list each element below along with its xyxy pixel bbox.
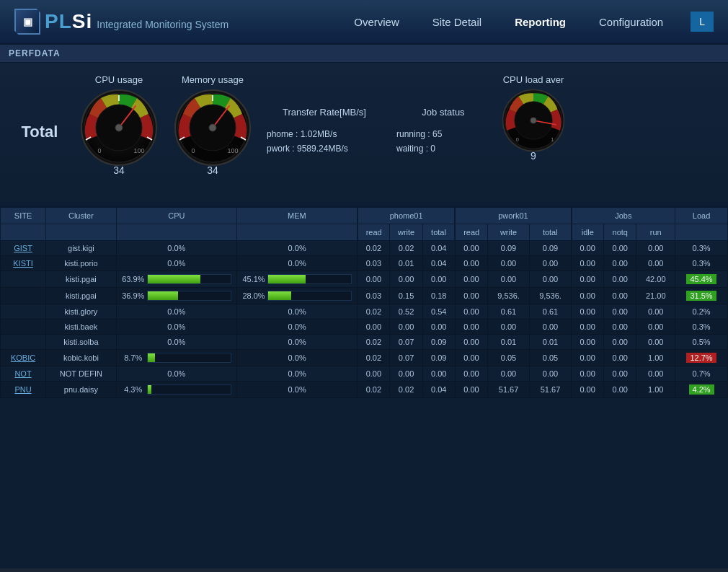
cpu-load-label: CPU load aver (503, 74, 564, 85)
svg-text:1: 1 (551, 136, 554, 143)
th-ph-total: total (422, 224, 455, 241)
site-cell (1, 271, 46, 288)
th-mem-group: MEM (237, 208, 358, 224)
table-row: kisti.solba0.0%0.0%0.020.070.090.000.010… (1, 335, 728, 350)
site-cell (1, 304, 46, 320)
job-waiting: waiting : 0 (396, 144, 490, 154)
svg-text:0: 0 (516, 136, 519, 143)
th-site-group: SITE (1, 208, 46, 224)
logo-icon: ▣ (14, 9, 40, 35)
table-row: KISTIkisti.porio0.0%0.0%0.030.010.040.00… (1, 256, 728, 271)
th-cluster-group: Cluster (46, 208, 117, 224)
memory-gauge-svg: 0 100 (173, 88, 252, 167)
memory-gauge-label: Memory usage (182, 74, 244, 85)
th-pw-read: read (455, 224, 487, 241)
th-cluster (46, 224, 117, 241)
th-j-run: run (636, 224, 675, 241)
logo-text: PLSi (45, 10, 92, 33)
load-cell: 0.2% (675, 304, 728, 320)
table-row: kisti.pgai36.9%28.0%0.030.150.180.009,53… (1, 288, 728, 304)
site-cell[interactable]: PNU (1, 382, 46, 398)
svg-text:0: 0 (191, 147, 195, 154)
site-cell (1, 288, 46, 304)
svg-text:100: 100 (133, 147, 144, 154)
dashboard: Total CPU usage (0, 63, 728, 207)
load-cell: 4.2% (675, 382, 728, 398)
load-cell: 0.5% (675, 335, 728, 350)
section-header: PERFDATA (0, 45, 728, 63)
site-cell (1, 320, 46, 335)
main-nav: Overview Site Detail Reporting Configura… (348, 12, 714, 32)
site-cell[interactable]: KISTI (1, 256, 46, 271)
th-cpu (116, 224, 236, 241)
table-row: kisti.pgai63.9%45.1%0.000.000.000.000.00… (1, 271, 728, 288)
th-site (1, 224, 46, 241)
cpu-load-section: CPU load aver 0 1 9 (497, 74, 569, 190)
table-row: PNUpnu.daisy4.3%0.0%0.020.020.040.0051.6… (1, 382, 728, 398)
table-row: KOBICkobic.kobi8.7%0.0%0.020.070.090.000… (1, 350, 728, 366)
table-body: GISTgist.kigi0.0%0.0%0.020.020.040.000.0… (1, 241, 728, 398)
logo-subtitle: Integrated Monitoring System (97, 19, 228, 30)
svg-point-24 (531, 118, 536, 123)
job-status-label: Job status (396, 107, 490, 118)
nav-reporting[interactable]: Reporting (509, 13, 572, 31)
section-title: PERFDATA (9, 48, 61, 58)
load-cell: 31.5% (675, 288, 728, 304)
th-load (675, 224, 728, 241)
load-cell: 0.3% (675, 320, 728, 335)
load-cell: 12.7% (675, 350, 728, 366)
logo: ▣ PLSi Integrated Monitoring System (14, 9, 228, 35)
cpu-load-gauge-svg: 0 1 (501, 88, 566, 153)
th-j-notq: notq (604, 224, 636, 241)
load-cell: 0.3% (675, 256, 728, 271)
job-running: running : 65 (396, 129, 490, 139)
th-cpu-group: CPU (116, 208, 236, 224)
site-cell[interactable]: NOT (1, 366, 46, 382)
table-header-sub-row: read write total read write total idle n… (1, 224, 728, 241)
th-jobs-group: Jobs (572, 208, 675, 224)
th-pw-total: total (530, 224, 572, 241)
svg-point-17 (209, 124, 216, 131)
site-cell[interactable]: GIST (1, 241, 46, 256)
memory-gauge-section: Memory usage 0 100 34 (166, 74, 259, 190)
transfer-rate-label: Transfer Rate[MB/s] (267, 107, 382, 118)
table-row: kisti.baek0.0%0.0%0.000.000.000.000.000.… (1, 320, 728, 335)
table-header-group-row: SITE Cluster CPU MEM phome01 pwork01 Job… (1, 208, 728, 224)
transfer-pwork: pwork : 9589.24MB/s (267, 144, 382, 154)
memory-gauge-container: 0 100 (173, 88, 252, 167)
nav-overview[interactable]: Overview (348, 13, 405, 31)
table-row: GISTgist.kigi0.0%0.0%0.020.020.040.000.0… (1, 241, 728, 256)
site-cell (1, 335, 46, 350)
th-pwork-group: pwork01 (455, 208, 571, 224)
table-row: kisti.glory0.0%0.0%0.020.520.540.000.610… (1, 304, 728, 320)
nav-extra-button[interactable]: L (691, 12, 714, 32)
data-table-container: SITE Cluster CPU MEM phome01 pwork01 Job… (0, 207, 728, 568)
total-label: Total (7, 74, 72, 190)
table-row: NOTNOT DEFIN0.0%0.0%0.000.000.000.000.00… (1, 366, 728, 382)
th-ph-read: read (358, 224, 390, 241)
site-cell[interactable]: KOBIC (1, 350, 46, 366)
th-mem (237, 224, 358, 241)
transfer-rate-section: Transfer Rate[MB/s] phome : 1.02MB/s pwo… (259, 74, 389, 190)
nav-site-detail[interactable]: Site Detail (427, 13, 487, 31)
cpu-load-gauge-container: 0 1 (501, 88, 566, 153)
header: ▣ PLSi Integrated Monitoring System Over… (0, 0, 728, 45)
transfer-phome: phome : 1.02MB/s (267, 129, 382, 139)
cpu-gauge-label: CPU usage (95, 74, 143, 85)
job-status-section: Job status running : 65 waiting : 0 (389, 74, 497, 190)
svg-text:100: 100 (227, 147, 238, 154)
load-cell: 0.7% (675, 366, 728, 382)
th-ph-write: write (390, 224, 422, 241)
svg-point-7 (115, 124, 123, 131)
th-pw-write: write (488, 224, 530, 241)
cpu-gauge-svg: 0 100 (79, 88, 159, 167)
th-phome-group: phome01 (358, 208, 456, 224)
cpu-gauge-section: CPU usage (72, 74, 166, 190)
load-cell: 0.3% (675, 241, 728, 256)
data-table: SITE Cluster CPU MEM phome01 pwork01 Job… (0, 207, 728, 398)
cpu-gauge-container: 0 100 (79, 88, 159, 167)
nav-configuration[interactable]: Configuration (593, 13, 669, 31)
svg-text:0: 0 (97, 147, 101, 154)
th-j-idle: idle (572, 224, 604, 241)
th-load-group: Load (675, 208, 728, 224)
